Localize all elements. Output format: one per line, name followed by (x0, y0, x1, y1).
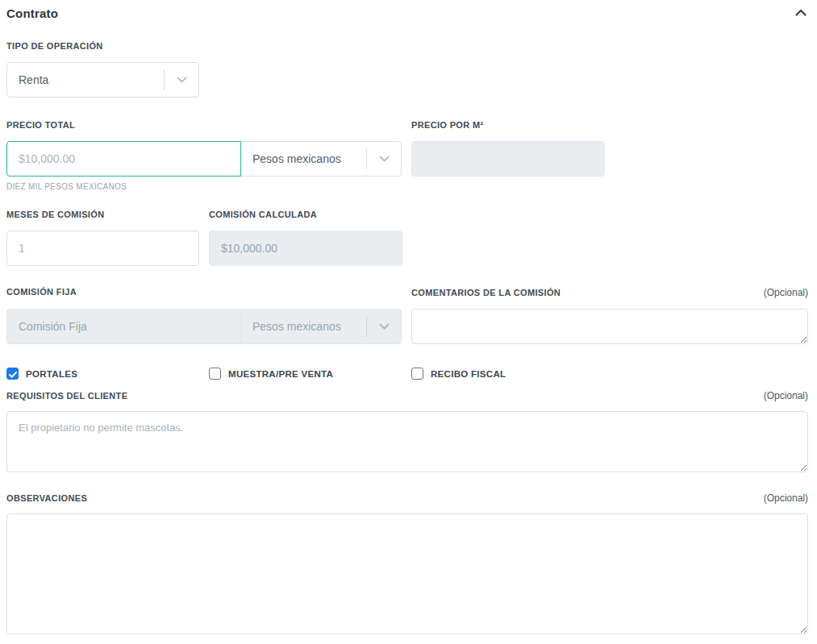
comision-fija-input (6, 309, 241, 344)
precio-total-helper-text: DIEZ MIL PESOS MEXICANOS (6, 182, 402, 191)
section-header: Contrato (6, 6, 808, 20)
comision-fija-label: COMISIÓN FIJA (6, 287, 402, 297)
comentarios-comision-label: COMENTARIOS DE LA COMISIÓN (411, 288, 561, 298)
chevron-down-icon (367, 156, 401, 162)
chevron-down-icon (165, 77, 198, 83)
contrato-section: Contrato TIPO DE OPERACIÓN Renta PRECIO … (0, 0, 817, 642)
recibo-fiscal-checkbox[interactable] (411, 368, 423, 380)
precio-por-m2-input (411, 141, 605, 177)
precio-total-label: PRECIO TOTAL (6, 120, 402, 131)
requisitos-cliente-textarea[interactable] (6, 411, 808, 472)
tipo-operacion-select[interactable]: Renta (6, 62, 199, 98)
portales-checkbox[interactable] (6, 368, 19, 380)
check-icon (9, 367, 17, 381)
recibo-fiscal-checkbox-label: RECIBO FISCAL (431, 369, 506, 379)
precio-total-currency-select[interactable]: Pesos mexicanos (240, 141, 402, 177)
comision-fija-currency-value: Pesos mexicanos (241, 320, 366, 333)
precio-total-input[interactable] (6, 141, 241, 177)
meses-comision-label: MESES DE COMISIÓN (6, 210, 209, 220)
checkbox-muestra-pre-venta[interactable]: MUESTRA/PRE VENTA (209, 368, 411, 380)
muestra-pre-venta-checkbox[interactable] (209, 368, 221, 380)
comision-calculada-input (209, 231, 402, 266)
precio-por-m2-label: PRECIO POR M² (411, 120, 808, 131)
comision-fija-currency-select: Pesos mexicanos (240, 309, 402, 344)
observaciones-optional-tag: (Opcional) (764, 492, 808, 504)
requisitos-cliente-optional-tag: (Opcional) (764, 390, 808, 401)
requisitos-cliente-label: REQUISITOS DEL CLIENTE (6, 391, 127, 401)
comision-calculada-label: COMISIÓN CALCULADA (209, 210, 402, 220)
checkbox-row: PORTALES MUESTRA/PRE VENTA RECIBO FISCAL (6, 368, 808, 380)
checkbox-recibo-fiscal[interactable]: RECIBO FISCAL (411, 368, 506, 380)
tipo-operacion-label: TIPO DE OPERACIÓN (6, 41, 808, 52)
section-title: Contrato (6, 6, 58, 20)
observaciones-textarea[interactable] (6, 513, 808, 634)
collapse-section-button[interactable] (794, 7, 808, 18)
observaciones-label: OBSERVACIONES (6, 493, 87, 504)
checkbox-portales[interactable]: PORTALES (6, 368, 209, 380)
chevron-down-icon (367, 323, 401, 330)
portales-checkbox-label: PORTALES (26, 369, 77, 379)
muestra-pre-venta-checkbox-label: MUESTRA/PRE VENTA (228, 369, 333, 379)
precio-total-currency-value: Pesos mexicanos (241, 152, 366, 165)
comentarios-comision-optional-tag: (Opcional) (764, 287, 808, 298)
chevron-up-icon (795, 6, 807, 19)
comentarios-comision-textarea[interactable] (411, 309, 808, 344)
meses-comision-input[interactable] (6, 231, 199, 266)
tipo-operacion-value: Renta (7, 73, 164, 86)
